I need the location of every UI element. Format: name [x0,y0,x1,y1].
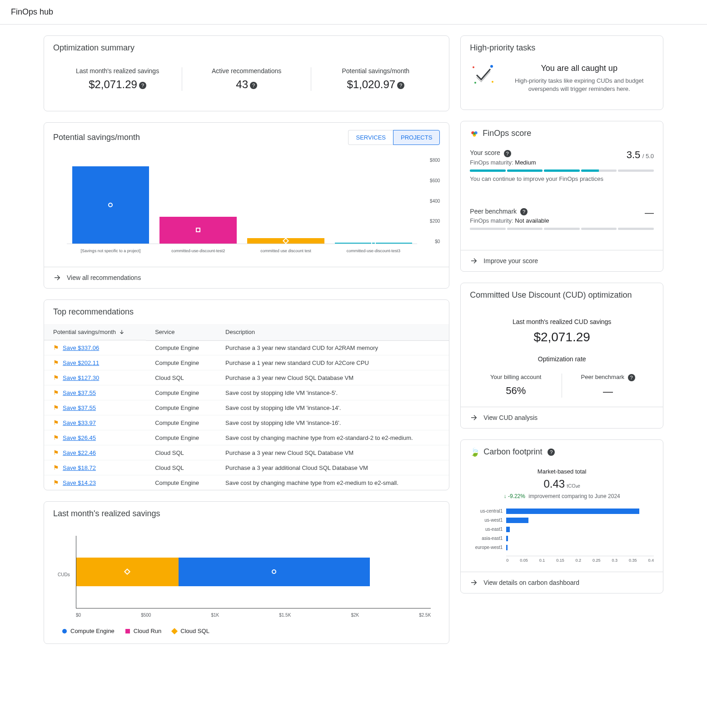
chart-bar[interactable] [247,238,324,244]
realized-savings-chart: CUDs $0$500$1K$1.5K$2K$2.5K [53,531,440,622]
carbon-bar-row: us-east1 [470,527,654,532]
col-savings[interactable]: Potential savings/month [44,324,146,340]
help-icon[interactable]: ? [548,449,555,456]
peer-score-dash: — [645,208,654,218]
arrow-right-icon [53,274,61,282]
view-all-recommendations-link[interactable]: View all recommendations [44,267,449,288]
summary-realized-savings: Last month's realized savings $2,071.29? [53,67,182,91]
chart-segment[interactable] [76,558,179,587]
carbon-bar-row: us-central1 [470,509,654,514]
svg-point-1 [492,81,493,83]
view-cud-link[interactable]: View CUD analysis [461,407,663,428]
toggle-services[interactable]: SERVICES [348,130,393,145]
cud-title: Committed Use Discount (CUD) optimizatio… [461,283,663,307]
arrow-right-icon [470,257,478,265]
high-priority-title: High-priority tasks [461,36,663,60]
arrow-down-icon: ↓ [504,493,507,499]
savings-link[interactable]: Save $37.55 [63,389,96,396]
savings-link[interactable]: Save $127.30 [63,374,99,381]
chart-bar[interactable] [159,217,237,244]
svg-point-3 [490,65,493,68]
table-row: ⚑Save $14.23Compute EngineSave cost by c… [44,475,449,490]
checklist-icon [470,64,497,86]
flag-icon: ⚑ [53,464,59,471]
table-row: ⚑Save $18.72Cloud SQLPurchase a 3 year a… [44,460,449,475]
svg-point-2 [474,82,476,84]
carbon-chart: us-central1us-west1us-east1asia-east1eur… [470,507,654,556]
top-recs-table: Potential savings/month Service Descript… [44,324,449,490]
savings-link[interactable]: Save $14.23 [63,479,96,486]
task-desc: High-priority tasks like expiring CUDs a… [504,77,654,93]
carbon-bar-row: us-west1 [470,518,654,523]
table-row: ⚑Save $202.11Compute EnginePurchase a 1 … [44,355,449,370]
col-description[interactable]: Description [216,324,449,340]
peer-score-progress [470,228,654,230]
savings-link[interactable]: Save $337.06 [63,344,99,351]
col-service[interactable]: Service [146,324,216,340]
legend-item: Cloud SQL [172,628,209,634]
savings-link[interactable]: Save $202.11 [63,359,99,366]
legend-item: Compute Engine [62,628,115,634]
flag-icon: ⚑ [53,434,59,441]
table-row: ⚑Save $37.55Compute EngineSave cost by s… [44,385,449,400]
top-recs-title: Top recommendations [44,300,449,324]
task-headline: You are all caught up [504,64,654,73]
help-icon[interactable]: ? [628,374,635,381]
top-recommendations-card: Top recommendations Potential savings/mo… [44,299,449,490]
optimization-summary-card: Optimization summary Last month's realiz… [44,35,449,111]
summary-active-recs: Active recommendations 43? [182,67,311,91]
finops-score-card: FinOps score Your score ? FinOps maturit… [460,121,663,272]
flag-icon: ⚑ [53,344,59,351]
view-carbon-link[interactable]: View details on carbon dashboard [461,572,663,593]
savings-link[interactable]: Save $33.97 [63,419,96,426]
carbon-title: Carbon footprint [483,447,542,457]
potential-savings-chart: $800$600$400$200$0 [Savings not specific… [53,158,440,258]
arrow-right-icon [470,578,478,587]
page-title: FinOps hub [0,0,707,25]
summary-potential-savings: Potential savings/month $1,020.97? [311,67,440,91]
finops-score-title: FinOps score [483,129,531,138]
summary-title: Optimization summary [44,36,449,60]
chart-bar[interactable] [506,536,508,541]
sort-down-icon [119,329,125,335]
gcloud-icon [470,129,479,138]
help-icon[interactable]: ? [520,208,528,215]
savings-link[interactable]: Save $37.55 [63,404,96,411]
savings-link[interactable]: Save $22.46 [63,449,96,456]
flag-icon: ⚑ [53,479,59,486]
flag-icon: ⚑ [53,389,59,396]
chart-bar[interactable] [506,545,507,550]
table-row: ⚑Save $22.46Cloud SQLPurchase a 3 year n… [44,445,449,460]
help-icon[interactable]: ? [504,150,511,157]
legend-item: Cloud Run [125,628,161,634]
flag-icon: ⚑ [53,404,59,411]
carbon-bar-row: europe-west1 [470,545,654,550]
leaf-icon: 🍃 [470,447,480,457]
high-priority-card: High-priority tasks You are all caught u… [460,35,663,110]
table-row: ⚑Save $37.55Compute EngineSave cost by s… [44,400,449,415]
savings-link[interactable]: Save $18.72 [63,464,96,471]
chart-bar[interactable] [72,166,149,244]
potential-savings-title: Potential savings/month [53,133,140,142]
help-icon[interactable]: ? [250,82,257,89]
flag-icon: ⚑ [53,419,59,426]
realized-title: Last month's realized savings [44,502,449,526]
cud-card: Committed Use Discount (CUD) optimizatio… [460,283,663,429]
chart-bar[interactable] [506,509,639,514]
arrow-right-icon [470,414,478,422]
table-row: ⚑Save $127.30Cloud SQLPurchase a 3 year … [44,370,449,385]
potential-savings-card: Potential savings/month SERVICES PROJECT… [44,122,449,289]
toggle-projects[interactable]: PROJECTS [393,130,440,145]
table-row: ⚑Save $33.97Compute EngineSave cost by s… [44,415,449,430]
help-icon[interactable]: ? [397,82,404,89]
chart-bar[interactable] [506,518,528,523]
table-row: ⚑Save $337.06Compute EnginePurchase a 3 … [44,340,449,355]
improve-score-link[interactable]: Improve your score [461,250,663,271]
flag-icon: ⚑ [53,359,59,366]
help-icon[interactable]: ? [139,82,146,89]
svg-point-0 [473,66,474,68]
savings-link[interactable]: Save $26.45 [63,434,96,441]
chart-segment[interactable] [179,558,370,587]
chart-bar[interactable] [335,243,412,244]
chart-bar[interactable] [506,527,510,532]
